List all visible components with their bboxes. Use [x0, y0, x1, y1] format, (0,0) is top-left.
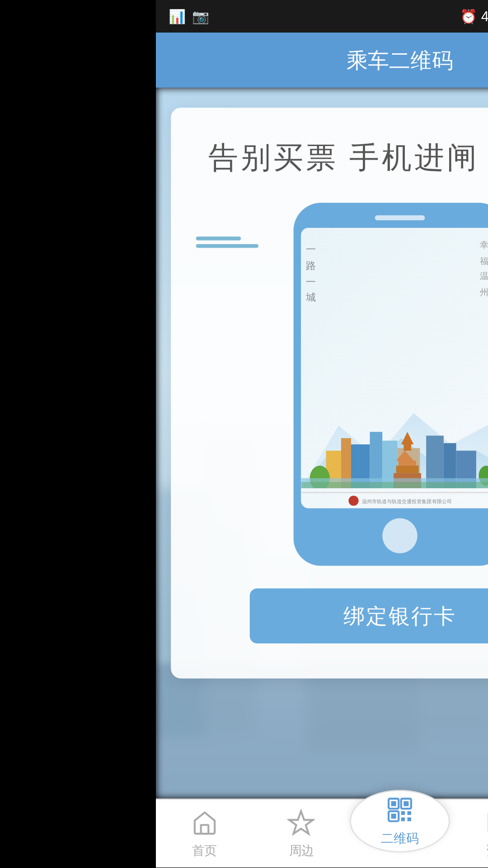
svg-rect-20 [399, 461, 416, 466]
nav-label-news: 资讯 [486, 842, 488, 859]
phone-screen: 一路一城 幸福温州 [301, 228, 488, 508]
svg-point-30 [349, 497, 357, 505]
header: 乘车二维码 [156, 33, 488, 88]
main-content: 告别买票 手机进闸 一路一城 幸福温州 [156, 88, 488, 799]
city-svg [301, 413, 488, 488]
svg-rect-35 [404, 801, 408, 806]
nav-label-nearby: 周边 [289, 842, 314, 859]
activity-icon: 📊 [169, 8, 186, 24]
bind-bank-card-button[interactable]: 绑定银行卡 [250, 588, 488, 643]
svg-marker-17 [401, 432, 414, 444]
company-logo [348, 496, 358, 506]
svg-rect-33 [391, 801, 396, 806]
nearby-icon [288, 808, 315, 839]
svg-rect-31 [201, 824, 208, 833]
alarm-icon: ⏰ [460, 8, 478, 24]
card-title: 告别买票 手机进闸 [196, 138, 480, 178]
nav-item-qrcode[interactable]: 二维码 [350, 790, 450, 852]
nav-label-home: 首页 [192, 842, 217, 859]
screen-content: 一路一城 幸福温州 [301, 228, 488, 508]
status-bar: 📊 📷 ⏰ 4G ▲ 74% 🔋 下午 2:59 [156, 0, 488, 33]
svg-rect-29 [301, 482, 488, 488]
screen-text-right: 幸福温州 [480, 238, 488, 301]
status-bar-right: ⏰ 4G ▲ 74% 🔋 下午 2:59 [460, 7, 488, 26]
svg-rect-21 [396, 466, 419, 473]
nav-item-home[interactable]: 首页 [156, 808, 253, 859]
promo-card: 告别买票 手机进闸 一路一城 幸福温州 [171, 108, 488, 679]
nav-item-nearby[interactable]: 周边 [253, 808, 350, 859]
deco-lines-left [196, 233, 258, 252]
svg-rect-41 [408, 817, 411, 821]
nav-item-news[interactable]: 资讯 [450, 808, 488, 859]
phone-home-btn [382, 518, 418, 553]
svg-rect-7 [156, 664, 488, 799]
home-icon [191, 808, 218, 839]
signal-text: 4G [481, 9, 488, 24]
page-title: 乘车二维码 [347, 46, 453, 75]
screen-footer: 温州市轨道与轨道交通投资集团有限公司 [301, 496, 488, 506]
phone-mockup: 一路一城 幸福温州 [294, 203, 488, 566]
status-bar-left: 📊 📷 [169, 8, 210, 24]
svg-rect-38 [401, 811, 405, 814]
screen-text-left: 一路一城 [306, 243, 317, 307]
svg-rect-39 [408, 811, 411, 814]
svg-rect-37 [391, 813, 396, 818]
qr-icon [386, 796, 413, 827]
news-icon [484, 808, 488, 839]
nav-label-qrcode: 二维码 [381, 829, 418, 847]
bottom-nav: 首页 周边 二维码 [156, 799, 488, 868]
screen-divider [301, 492, 488, 493]
svg-rect-40 [401, 817, 405, 821]
phone-speaker [375, 215, 425, 220]
company-name: 温州市轨道与轨道交通投资集团有限公司 [362, 498, 452, 504]
camera-icon: 📷 [192, 8, 210, 24]
svg-rect-18 [404, 444, 411, 451]
